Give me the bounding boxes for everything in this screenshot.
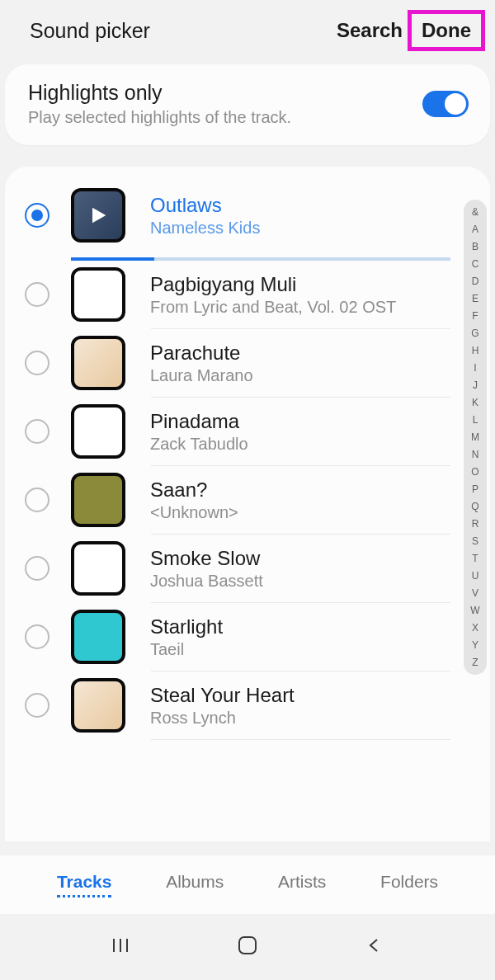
alpha-letter[interactable]: X	[472, 622, 478, 634]
alpha-letter[interactable]: K	[472, 397, 478, 408]
track-info: ParachuteLaura Marano	[150, 342, 490, 385]
alpha-letter[interactable]: L	[473, 414, 478, 426]
track-row[interactable]: Smoke SlowJoshua Bassett	[5, 535, 490, 602]
album-art-icon	[71, 541, 125, 596]
header-actions: Search Done	[337, 15, 475, 46]
track-radio[interactable]	[25, 419, 50, 444]
highlights-title: Highlights only	[28, 81, 291, 105]
alpha-letter[interactable]: M	[471, 431, 479, 443]
header: Sound picker Search Done	[0, 0, 495, 64]
recent-apps-button[interactable]	[111, 935, 130, 959]
track-radio[interactable]	[25, 351, 50, 375]
tab-artists[interactable]: Artists	[278, 872, 326, 898]
track-info: StarlightTaeil	[150, 615, 490, 659]
page-title: Sound picker	[30, 19, 150, 43]
track-row[interactable]: OutlawsNameless Kids	[5, 181, 490, 249]
album-art-icon	[71, 473, 125, 527]
alpha-letter[interactable]: U	[472, 570, 479, 582]
alpha-index[interactable]: &ABCDEFGHIJKLMNOPQRSTUVWXYZ	[464, 200, 487, 675]
track-info: PinadamaZack Tabudlo	[150, 410, 490, 454]
track-title: Outlaws	[150, 194, 490, 217]
alpha-letter[interactable]: Y	[472, 639, 478, 651]
track-artist: Taeil	[150, 640, 490, 659]
track-artist: Joshua Bassett	[150, 572, 490, 591]
alpha-letter[interactable]: B	[472, 241, 478, 252]
track-title: Starlight	[150, 615, 490, 638]
track-radio[interactable]	[25, 693, 50, 718]
alpha-letter[interactable]: J	[473, 379, 478, 391]
alpha-letter[interactable]: T	[472, 553, 478, 564]
track-artist: <Unknown>	[150, 503, 490, 522]
back-button[interactable]	[365, 935, 384, 959]
track-artist: Nameless Kids	[150, 219, 490, 238]
track-row[interactable]: PinadamaZack Tabudlo	[5, 398, 490, 465]
track-title: Pinadama	[150, 410, 490, 433]
track-title: Saan?	[150, 478, 490, 502]
track-info: Steal Your HeartRoss Lynch	[150, 684, 490, 728]
track-radio[interactable]	[25, 556, 50, 581]
alpha-letter[interactable]: H	[472, 345, 479, 356]
done-button[interactable]: Done	[408, 10, 485, 51]
track-title: Parachute	[150, 342, 490, 365]
track-row[interactable]: Pagbigyang MuliFrom Lyric and Beat, Vol.…	[5, 261, 490, 328]
alpha-letter[interactable]: D	[472, 276, 479, 287]
alpha-letter[interactable]: F	[472, 310, 478, 322]
alpha-letter[interactable]: C	[472, 258, 479, 270]
alpha-letter[interactable]: G	[471, 327, 478, 339]
alpha-letter[interactable]: R	[472, 518, 479, 530]
alpha-letter[interactable]: &	[472, 206, 478, 218]
alpha-letter[interactable]: O	[471, 466, 478, 478]
track-row[interactable]: ParachuteLaura Marano	[5, 329, 490, 397]
track-row[interactable]: StarlightTaeil	[5, 603, 490, 671]
track-info: Pagbigyang MuliFrom Lyric and Beat, Vol.…	[150, 273, 490, 317]
track-row[interactable]: Steal Your HeartRoss Lynch	[5, 671, 490, 739]
bottom-tabs: TracksAlbumsArtistsFolders	[0, 855, 495, 914]
track-title: Pagbigyang Muli	[150, 273, 490, 296]
track-artist: Ross Lynch	[150, 709, 490, 728]
track-artist: Zack Tabudlo	[150, 435, 490, 454]
highlights-card: Highlights only Play selected highlights…	[5, 64, 490, 145]
system-navbar	[0, 914, 495, 980]
alpha-letter[interactable]: V	[472, 587, 478, 599]
track-radio[interactable]	[25, 282, 50, 307]
highlights-text: Highlights only Play selected highlights…	[28, 81, 291, 127]
album-art-icon	[71, 336, 125, 390]
alpha-letter[interactable]: S	[472, 535, 478, 547]
alpha-letter[interactable]: Z	[472, 657, 478, 668]
search-button[interactable]: Search	[337, 19, 403, 42]
track-info: Smoke SlowJoshua Bassett	[150, 547, 490, 591]
track-artist: From Lyric and Beat, Vol. 02 OST	[150, 298, 490, 317]
tracks-list: OutlawsNameless KidsPagbigyang MuliFrom …	[5, 167, 490, 841]
album-art-icon	[71, 404, 125, 459]
svg-rect-0	[239, 937, 256, 954]
track-info: Saan?<Unknown>	[150, 478, 490, 522]
divider	[151, 739, 450, 740]
tab-albums[interactable]: Albums	[166, 872, 224, 898]
alpha-letter[interactable]: Q	[471, 501, 478, 512]
album-art-icon	[71, 610, 125, 664]
alpha-letter[interactable]: I	[474, 362, 476, 374]
track-row[interactable]: Saan?<Unknown>	[5, 466, 490, 534]
album-art-icon	[71, 678, 125, 733]
track-radio[interactable]	[25, 488, 50, 512]
track-title: Steal Your Heart	[150, 684, 490, 707]
track-radio[interactable]	[25, 203, 50, 228]
track-info: OutlawsNameless Kids	[150, 194, 490, 238]
track-artist: Laura Marano	[150, 366, 490, 385]
highlights-subtitle: Play selected highlights of the track.	[28, 108, 291, 127]
track-title: Smoke Slow	[150, 547, 490, 570]
tab-folders[interactable]: Folders	[380, 872, 438, 898]
highlights-toggle[interactable]	[422, 91, 469, 117]
album-art-icon	[71, 188, 125, 243]
alpha-letter[interactable]: W	[470, 605, 479, 616]
album-art-icon	[71, 267, 125, 322]
home-button[interactable]	[237, 935, 258, 959]
track-radio[interactable]	[25, 624, 50, 649]
tab-tracks[interactable]: Tracks	[57, 872, 112, 898]
alpha-letter[interactable]: P	[472, 483, 478, 495]
alpha-letter[interactable]: A	[472, 224, 478, 235]
alpha-letter[interactable]: N	[472, 449, 479, 460]
alpha-letter[interactable]: E	[472, 293, 478, 304]
